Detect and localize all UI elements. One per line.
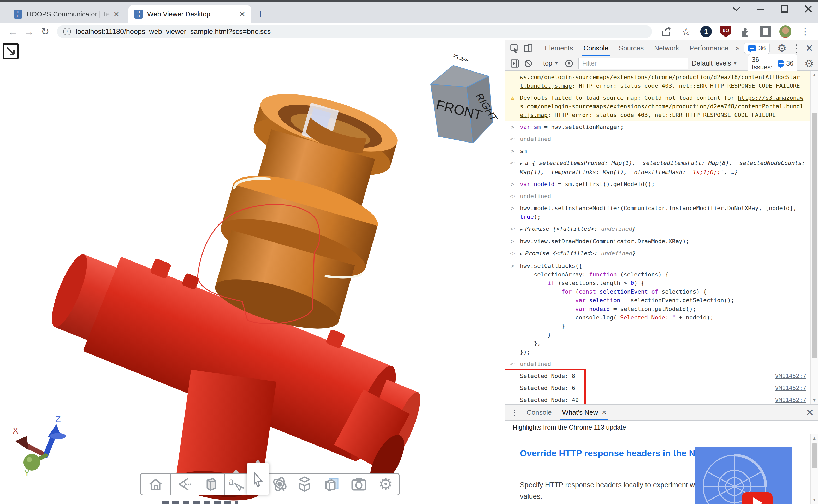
live-expression-eye-icon[interactable] [562, 58, 576, 69]
annotate-select-button[interactable]: a [225, 474, 247, 495]
whats-new-scrollbar[interactable]: ▲ ▼ [810, 434, 818, 504]
forward-icon[interactable]: → [21, 26, 37, 37]
console-message[interactable]: <·▶Promise {<fulfilled>: undefined} [505, 223, 810, 235]
settings-gear-button[interactable]: ⚙ [375, 474, 397, 495]
more-tabs-icon[interactable]: » [733, 40, 741, 56]
maximize-icon[interactable] [780, 5, 789, 13]
tab-close-icon[interactable]: ✕ [239, 10, 245, 19]
source-location-link[interactable]: VM11452:7 [775, 384, 810, 392]
extensions-puzzle-icon[interactable] [740, 26, 752, 38]
orbit-tool-button[interactable] [269, 474, 291, 495]
console-message[interactable]: >hwv.view.setDrawMode(Communicator.DrawM… [505, 235, 810, 247]
console-log-area[interactable]: ws.com/onelogin-sourcemaps/extensions/ch… [505, 71, 810, 404]
drawer-tab-console[interactable]: Console [521, 405, 557, 420]
cutting-plane-button[interactable] [321, 474, 342, 495]
drawer-tab-whats-new[interactable]: What's New ✕ [557, 405, 612, 420]
site-info-icon[interactable]: i [63, 28, 71, 35]
tab-close-icon[interactable]: ✕ [114, 10, 120, 19]
console-message[interactable]: <·▶Promise {<fulfilled>: undefined} [505, 247, 810, 260]
ublock-extension-icon[interactable]: uO [720, 26, 732, 38]
console-message[interactable]: <·▶a {_selectedItemsPruned: Map(1), _sel… [505, 157, 810, 178]
select-tool-button[interactable] [247, 463, 269, 495]
hoops-3d-viewer[interactable]: FRONT RIGHT TOP X Y Z [0, 40, 505, 504]
drawer-close-icon[interactable]: ✕ [806, 407, 814, 418]
inspect-element-icon[interactable] [508, 43, 521, 54]
console-message[interactable]: <·undefined [505, 358, 810, 370]
devtools-close-icon[interactable]: ✕ [805, 43, 813, 54]
console-filter-input[interactable] [578, 58, 688, 69]
tab-elements[interactable]: Elements [540, 40, 578, 56]
reload-icon[interactable]: ↻ [37, 26, 53, 37]
minimize-icon[interactable] [756, 6, 765, 11]
device-toolbar-icon[interactable] [521, 43, 535, 54]
snapshot-camera-button[interactable] [348, 474, 370, 495]
address-bar[interactable]: i localhost:11180/hoops_web_viewer_sampl… [57, 25, 652, 38]
console-message[interactable]: Selected Node: 8VM11452:7 [505, 370, 810, 382]
tab-search-chevron-icon[interactable] [732, 6, 741, 11]
scrollbar-thumb[interactable] [812, 113, 817, 358]
scroll-down-icon[interactable]: ▼ [812, 496, 816, 504]
onepassword-extension-icon[interactable]: 1 [700, 26, 712, 38]
nav-cube[interactable]: FRONT RIGHT TOP [431, 54, 500, 143]
source-location-link[interactable]: VM11452:7 [775, 372, 810, 380]
console-message[interactable]: >var nodeId = sm.getFirst().getNodeId(); [505, 178, 810, 190]
browser-menu-icon[interactable]: ⋮ [799, 26, 811, 38]
console-message[interactable]: Selected Node: 49VM11452:7 [505, 394, 810, 404]
in-marker-icon: > [505, 237, 520, 246]
scrollbar-thumb[interactable] [812, 443, 817, 468]
console-message[interactable]: >hwv.model.setInstanceModifier(Communica… [505, 202, 810, 223]
tab-console[interactable]: Console [578, 40, 613, 56]
browser-tab-web-viewer[interactable]: HC Web Viewer Desktop ✕ [128, 5, 251, 23]
home-view-button[interactable] [145, 474, 167, 495]
drawer-menu-icon[interactable]: ⋮ [507, 409, 521, 417]
console-message[interactable]: <·undefined [505, 190, 810, 202]
message-bubble-icon [778, 60, 784, 67]
back-icon[interactable]: ← [5, 26, 21, 37]
execution-context-selector[interactable]: top▼ [540, 60, 562, 67]
tab-network[interactable]: Network [649, 40, 684, 56]
3d-model-canvas[interactable]: FRONT RIGHT TOP X Y Z [0, 40, 505, 504]
scroll-up-icon[interactable]: ▲ [812, 71, 816, 79]
issues-badge[interactable]: 36 Issues: 36 [748, 54, 798, 73]
console-toolbar: top▼ Default levels▼ 36 Issues: 36 ⚙ [505, 56, 818, 71]
console-message-badge[interactable]: 36 [744, 43, 770, 54]
extension-window-icon[interactable] [760, 26, 772, 38]
close-window-icon[interactable] [804, 5, 813, 13]
log-levels-selector[interactable]: Default levels▼ [688, 60, 741, 67]
console-message[interactable]: >sm [505, 145, 810, 157]
devtools-settings-icon[interactable]: ⚙ [777, 43, 787, 54]
hoops-favicon: HC [14, 10, 22, 19]
console-message[interactable]: ws.com/onelogin-sourcemaps/extensions/ch… [505, 71, 810, 92]
console-message[interactable]: >hwv.setCallbacks({ selectionArray: func… [505, 260, 810, 358]
scroll-down-icon[interactable]: ▼ [812, 396, 816, 404]
bookmark-star-icon[interactable]: ☆ [680, 26, 692, 38]
render-mode-button[interactable] [200, 474, 222, 495]
console-message[interactable]: Selected Node: 6VM11452:7 [505, 382, 810, 394]
drawer-tab-close-icon[interactable]: ✕ [602, 409, 606, 416]
console-message-text: Selected Node: 6 [520, 384, 775, 392]
console-settings-icon[interactable]: ⚙ [804, 58, 814, 69]
scroll-up-icon[interactable]: ▲ [812, 434, 816, 442]
viewer-expand-button[interactable] [3, 43, 19, 59]
console-message[interactable]: >var sm = hwv.selectionManager; [505, 121, 810, 133]
camera-view-button[interactable] [173, 474, 195, 495]
console-message[interactable]: <·undefined [505, 133, 810, 145]
explode-model-button[interactable] [294, 474, 316, 495]
tab-performance[interactable]: Performance [684, 40, 734, 56]
clear-console-icon[interactable] [521, 58, 535, 69]
console-message[interactable]: ⚠DevTools failed to load source map: Cou… [505, 92, 810, 121]
console-message-text: ▶Promise {<fulfilled>: undefined} [520, 224, 810, 234]
source-location-link[interactable]: VM11452:7 [775, 396, 810, 404]
console-sidebar-icon[interactable] [508, 58, 521, 69]
tab-sources[interactable]: Sources [614, 40, 649, 56]
expand-triangle-icon[interactable]: ▶ [520, 161, 523, 166]
console-scrollbar[interactable]: ▲ ▼ [810, 71, 818, 404]
devtools-menu-icon[interactable]: ⋮ [791, 43, 802, 54]
expand-triangle-icon[interactable]: ▶ [520, 227, 523, 232]
profile-avatar[interactable] [779, 26, 791, 38]
browser-tab-hoops[interactable]: HC HOOPS Communicator | Tech Sof ✕ [8, 5, 125, 23]
new-tab-button[interactable]: + [257, 8, 264, 20]
expand-triangle-icon[interactable]: ▶ [520, 251, 523, 256]
whats-new-thumbnail[interactable]: new [695, 447, 792, 504]
share-icon[interactable] [660, 26, 672, 38]
